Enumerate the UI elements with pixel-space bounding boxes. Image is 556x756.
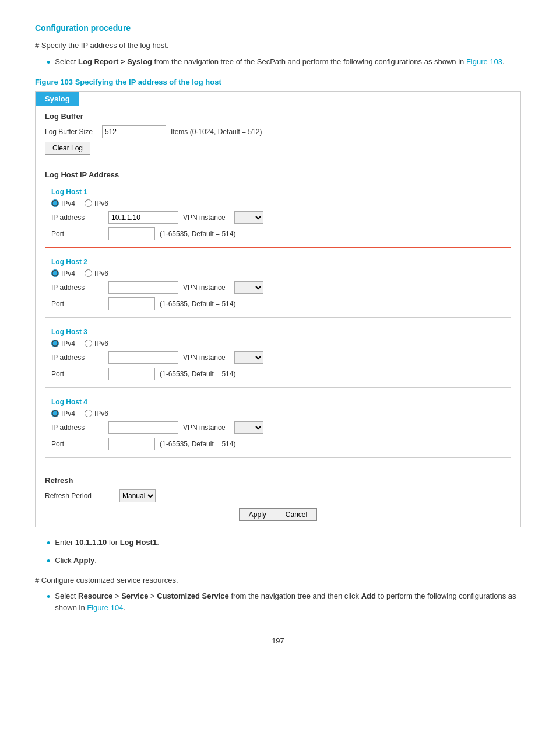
bold-customized: Customized Service: [157, 592, 229, 600]
log-host-1-ipv6-radio[interactable]: [85, 200, 92, 207]
bullet-dot-enter: •: [47, 537, 50, 550]
log-host-4-port-row: Port (1-65535, Default = 514): [51, 438, 505, 450]
log-host-4-radio-row: IPv4 IPv6: [51, 410, 505, 418]
log-host-2-ip-row: IP address VPN instance: [51, 281, 505, 294]
log-buffer-size-hint: Items (0-1024, Default = 512): [171, 128, 262, 136]
log-host-1-port-label: Port: [51, 230, 104, 238]
log-host-header: Log Host IP Address: [45, 170, 511, 179]
apply-button[interactable]: Apply: [239, 508, 276, 521]
bold-add: Add: [361, 592, 376, 600]
log-host-4-vpn-select[interactable]: [234, 421, 263, 434]
log-host-3-radio-row: IPv4 IPv6: [51, 340, 505, 348]
refresh-period-label: Refresh Period: [45, 492, 115, 500]
log-host-2-vpn-label: VPN instance: [183, 284, 230, 292]
log-host-3-port-input[interactable]: [108, 368, 155, 380]
log-host-3-ip-row: IP address VPN instance: [51, 351, 505, 364]
log-host-2-vpn-select[interactable]: [234, 281, 263, 294]
log-host-3-ipv4-radio[interactable]: [51, 340, 59, 347]
log-host-3-vpn-select[interactable]: [234, 351, 263, 364]
log-host-1-group: Log Host 1 IPv4 IPv6 IP address VPN inst…: [45, 184, 511, 248]
log-host-2-ip-label: IP address: [51, 284, 104, 292]
bold-resource: Resource: [78, 592, 112, 600]
log-host-3-port-row: Port (1-65535, Default = 514): [51, 368, 505, 380]
log-host-4-ip-input[interactable]: [108, 421, 178, 434]
page-number: 197: [35, 636, 521, 645]
log-buffer-header: Log Buffer: [45, 112, 511, 121]
log-host-1-label: Log Host 1: [51, 188, 505, 196]
log-host-2-ip-input[interactable]: [108, 281, 178, 294]
log-host-2-port-input[interactable]: [108, 298, 155, 310]
log-host-4-port-input[interactable]: [108, 438, 155, 450]
log-host-1-ipv4-radio[interactable]: [51, 200, 59, 207]
bold-log-host1: Log Host1: [120, 538, 157, 547]
log-host-4-port-label: Port: [51, 440, 104, 448]
bold-apply: Apply: [73, 556, 94, 565]
log-host-4-ip-label: IP address: [51, 424, 104, 432]
log-host-3-ip-input[interactable]: [108, 351, 178, 364]
log-host-2-ipv4-option[interactable]: IPv4: [51, 270, 75, 278]
bullet-dot-1: •: [47, 56, 50, 69]
syslog-tab[interactable]: Syslog: [36, 92, 520, 106]
log-buffer-size-input[interactable]: [102, 125, 166, 138]
log-host-3-ipv6-option[interactable]: IPv6: [85, 340, 108, 348]
log-host-1-port-row: Port (1-65535, Default = 514): [51, 228, 505, 240]
log-host-3-vpn-label: VPN instance: [183, 354, 230, 362]
log-host-1-ipv4-option[interactable]: IPv4: [51, 200, 75, 208]
log-host-2-label: Log Host 2: [51, 258, 505, 266]
log-host-3-ip-label: IP address: [51, 354, 104, 362]
refresh-header: Refresh: [45, 476, 511, 485]
log-host-2-ipv4-radio[interactable]: [51, 270, 59, 277]
bold-log-report: Log Report > Syslog: [78, 57, 152, 66]
log-host-1-port-input[interactable]: [108, 228, 155, 240]
refresh-period-row: Refresh Period Manual 30s 1min 5min: [45, 489, 511, 502]
bullet-text-1: Select Log Report > Syslog from the navi…: [55, 56, 504, 68]
log-host-section: Log Host IP Address Log Host 1 IPv4 IPv6…: [36, 164, 520, 470]
log-host-1-ip-input[interactable]: [108, 211, 178, 224]
log-host-2-radio-row: IPv4 IPv6: [51, 270, 505, 278]
action-buttons: Apply Cancel: [45, 508, 511, 521]
clear-log-button[interactable]: Clear Log: [45, 142, 90, 155]
log-host-3-ipv4-option[interactable]: IPv4: [51, 340, 75, 348]
log-host-2-ipv6-option[interactable]: IPv6: [85, 270, 108, 278]
log-host-2-ipv6-radio[interactable]: [85, 270, 92, 277]
log-host-2-port-hint: (1-65535, Default = 514): [160, 300, 235, 308]
log-host-3-label: Log Host 3: [51, 328, 505, 336]
log-host-2-port-label: Port: [51, 300, 104, 308]
log-host-1-ip-row: IP address VPN instance: [51, 211, 505, 224]
log-host-1-vpn-select[interactable]: [234, 211, 263, 224]
log-host-4-ipv6-radio[interactable]: [85, 410, 92, 417]
log-host-4-vpn-label: VPN instance: [183, 424, 230, 432]
bullet-configure: • Select Resource > Service > Customized…: [47, 590, 521, 613]
cancel-button[interactable]: Cancel: [276, 508, 317, 521]
log-host-2-group: Log Host 2 IPv4 IPv6 IP address VPN inst…: [45, 254, 511, 318]
bullet-text-apply: Click Apply.: [55, 555, 97, 566]
log-host-3-port-label: Port: [51, 370, 104, 378]
log-host-4-ipv4-option[interactable]: IPv4: [51, 410, 75, 418]
log-host-3-port-hint: (1-65535, Default = 514): [160, 370, 235, 378]
log-host-1-ipv6-option[interactable]: IPv6: [85, 200, 108, 208]
bold-service: Service: [121, 592, 148, 600]
syslog-tab-label: Syslog: [36, 92, 79, 106]
log-host-1-ip-label: IP address: [51, 214, 104, 222]
log-buffer-size-label: Log Buffer Size: [45, 128, 97, 136]
intro-text: # Specify the IP address of the log host…: [35, 40, 521, 51]
log-host-4-ipv4-radio[interactable]: [51, 410, 59, 417]
configure-text: # Configure customized service resources…: [35, 575, 521, 586]
bullet-dot-configure: •: [47, 590, 50, 604]
bold-ip: 10.1.1.10: [75, 538, 107, 547]
log-host-3-group: Log Host 3 IPv4 IPv6 IP address VPN inst…: [45, 324, 511, 388]
clear-log-row: Clear Log: [45, 142, 511, 155]
refresh-period-select[interactable]: Manual 30s 1min 5min: [119, 489, 156, 502]
log-buffer-size-row: Log Buffer Size Items (0-1024, Default =…: [45, 125, 511, 138]
bullet-1: • Select Log Report > Syslog from the na…: [47, 56, 521, 69]
figure-104-link[interactable]: Figure 104: [87, 603, 123, 612]
bullet-dot-apply: •: [47, 555, 50, 568]
log-host-4-ipv6-option[interactable]: IPv6: [85, 410, 108, 418]
refresh-section: Refresh Refresh Period Manual 30s 1min 5…: [36, 470, 520, 527]
section-title: Configuration procedure: [35, 23, 521, 33]
log-host-1-vpn-label: VPN instance: [183, 214, 230, 222]
log-host-3-ipv6-radio[interactable]: [85, 340, 92, 347]
figure-103-link[interactable]: Figure 103: [466, 57, 502, 66]
log-buffer-section: Log Buffer Log Buffer Size Items (0-1024…: [36, 106, 520, 164]
log-host-4-group: Log Host 4 IPv4 IPv6 IP address VPN inst…: [45, 394, 511, 458]
